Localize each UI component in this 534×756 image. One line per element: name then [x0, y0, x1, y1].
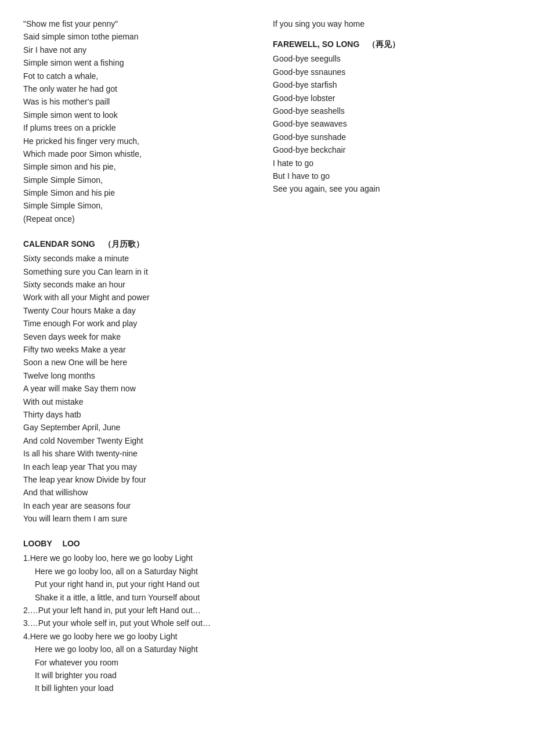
list-item: A year will make Say them now	[23, 382, 261, 395]
list-item: For whatever you room	[23, 656, 261, 669]
simple-simon-section: "Show me fist your penny"Said simple sim…	[23, 17, 261, 225]
right-column: If you sing you way home FAREWELL, SO LO…	[273, 17, 511, 709]
list-item: It will brighter you road	[23, 669, 261, 682]
list-item: Twelve long months	[23, 369, 261, 382]
list-item: Simple simon and his pie,	[23, 160, 261, 173]
list-item: But I have to go	[273, 170, 511, 182]
farewell-lines: Good-bye seegullsGood-bye ssnaunesGood-b…	[273, 52, 511, 195]
list-item: "Show me fist your penny"	[23, 17, 261, 30]
list-item: 2.…Put your left hand in, put your left …	[23, 604, 261, 617]
list-item: Work with all your Might and power	[23, 291, 261, 304]
list-item: Twenty Cour hours Make a day	[23, 304, 261, 317]
list-item: Simple Simple Simon,	[23, 199, 261, 212]
list-item: Here we go looby loo, all on a Saturday …	[23, 643, 261, 656]
list-item: 3.…Put your whole self in, put yout Whol…	[23, 617, 261, 629]
list-item: Simple Simon and his pie	[23, 186, 261, 199]
list-item: Sixty seconds make an hour	[23, 278, 261, 291]
list-item: Thirty days hatb	[23, 408, 261, 421]
list-item: In each year are seasons four	[23, 499, 261, 512]
list-item: Gay September April, June	[23, 421, 261, 434]
list-item: Shake it a ittle, a little, and turn You…	[23, 591, 261, 604]
list-item: The leap year know Divide by four	[23, 473, 261, 486]
list-item: And cold November Twenty Eight	[23, 434, 261, 447]
list-item: Good-bye beckchair	[273, 143, 511, 156]
list-item: Put your right hand in, put your right H…	[23, 578, 261, 591]
list-item: Fifty two weeks Make a year	[23, 343, 261, 356]
list-item: And that willishow	[23, 486, 261, 499]
list-item: Good-bye seashells	[273, 105, 511, 117]
looby-loo-section: LOOBY LOO 1.Here we go looby loo, here w…	[23, 539, 261, 694]
farewell-title: FAREWELL, SO LONG （再见）	[273, 39, 511, 50]
list-item: He pricked his finger very much,	[23, 135, 261, 147]
list-item: Something sure you Can learn in it	[23, 265, 261, 278]
looby-loo-title: LOOBY LOO	[23, 539, 261, 549]
list-item: Good-bye seegulls	[273, 52, 511, 65]
list-item: Here we go looby loo, all on a Saturday …	[23, 565, 261, 578]
list-item: Was is his mother's paill	[23, 95, 261, 108]
left-column: "Show me fist your penny"Said simple sim…	[23, 17, 261, 709]
list-item: (Repeat once)	[23, 213, 261, 225]
list-item: Fot to catch a whale,	[23, 70, 261, 82]
list-item: If plums trees on a prickle	[23, 121, 261, 134]
last-line: If you sing you way home	[273, 17, 511, 30]
list-item: Simple Simple Simon,	[23, 174, 261, 186]
calendar-song-section: CALENDAR SONG （月历歌） Sixty seconds make a…	[23, 239, 261, 525]
looby-lines: 1.Here we go looby loo, here we go looby…	[23, 552, 261, 694]
list-item: Good-bye lobster	[273, 92, 511, 105]
list-item: Soon a new One will be here	[23, 356, 261, 369]
list-item: Time enough For work and play	[23, 317, 261, 330]
list-item: Which made poor Simon whistle,	[23, 147, 261, 160]
list-item: Seven days week for make	[23, 330, 261, 343]
list-item: Good-bye seawaves	[273, 117, 511, 130]
list-item: 4.Here we go looby here we go looby Ligh…	[23, 630, 261, 643]
list-item: Good-bye sunshade	[273, 131, 511, 143]
list-item: In each leap year That you may	[23, 460, 261, 473]
list-item: With out mistake	[23, 395, 261, 408]
calendar-lines: Sixty seconds make a minuteSomething sur…	[23, 252, 261, 525]
list-item: Sixty seconds make a minute	[23, 252, 261, 265]
list-item: Is all his share With twenty-nine	[23, 447, 261, 460]
list-item: Said simple simon tothe pieman	[23, 30, 261, 43]
list-item: You will learn them I am sure	[23, 512, 261, 525]
list-item: Simple simon went to look	[23, 109, 261, 121]
list-item: Good-bye ssnaunes	[273, 66, 511, 78]
list-item: Good-bye starfish	[273, 78, 511, 91]
list-item: It bill lighten your load	[23, 682, 261, 694]
farewell-section: FAREWELL, SO LONG （再见） Good-bye seegulls…	[273, 39, 511, 195]
simple-simon-lines: "Show me fist your penny"Said simple sim…	[23, 17, 261, 225]
list-item: I hate to go	[273, 157, 511, 170]
list-item: Sir I have not any	[23, 44, 261, 56]
list-item: Simple simon went a fishing	[23, 56, 261, 69]
list-item: The only water he had got	[23, 82, 261, 95]
calendar-song-title: CALENDAR SONG （月历歌）	[23, 239, 261, 250]
list-item: See you again, see you again	[273, 182, 511, 195]
list-item: 1.Here we go looby loo, here we go looby…	[23, 552, 261, 564]
